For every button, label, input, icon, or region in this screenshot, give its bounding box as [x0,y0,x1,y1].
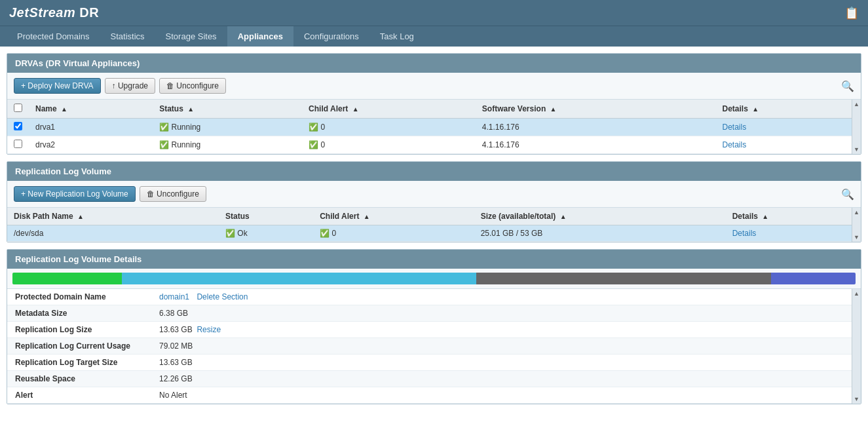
rlv-childalert-col[interactable]: Child Alert ▲ [313,208,474,225]
rlv-table-wrapper: Disk Path Name ▲ Status Child Alert ▲ Si… [7,208,861,242]
drva-row1-checkbox-cell [7,119,29,136]
domain1-link[interactable]: domain1 [159,292,189,301]
drva-scrollbar: ▲ ▼ [852,100,861,154]
detail-row-reusable: Reusable Space 12.26 GB [7,371,852,387]
drva-row1-details-link[interactable]: Details [723,123,747,132]
drva-unconfigure-button[interactable]: 🗑 Unconfigure [159,78,226,94]
drva-table-area: Name ▲ Status ▲ Child Alert ▲ Software V… [7,100,861,154]
drva-toolbar-left: + Deploy New DRVA ↑ Upgrade 🗑 Unconfigur… [14,78,226,94]
clipboard-icon[interactable]: 📋 [844,6,859,20]
drva-section-header: DRVAs (DR Virtual Appliances) [7,54,861,73]
detail-label-reusable: Reusable Space [7,371,151,387]
detail-row-targetsize: Replication Log Target Size 13.63 GB [7,355,852,371]
detail-value-usage: 79.02 MB [151,338,852,355]
details-scrollbar: ▲ ▼ [852,289,861,404]
detail-label-logsize: Replication Log Size [7,322,151,338]
drva-scroll-down[interactable]: ▼ [852,145,861,154]
detail-label-metadata: Metadata Size [7,305,151,322]
drva-row1-softver: 4.1.16.176 [476,119,716,136]
rlv-scroll-down[interactable]: ▼ [852,233,861,242]
drva-search-button[interactable]: 🔍 [841,80,854,92]
rlv-toolbar: + New Replication Log Volume 🗑 Unconfigu… [7,181,861,208]
rlv-table-header-row: Disk Path Name ▲ Status Child Alert ▲ Si… [7,208,852,225]
detail-value-reusable: 12.26 GB [151,371,852,387]
rlv-details-table: Protected Domain Name domain1 Delete Sec… [7,289,852,404]
running-icon: ✅ [159,123,169,132]
rlv-diskpath-col[interactable]: Disk Path Name ▲ [7,208,219,225]
drva-table-header-row: Name ▲ Status ▲ Child Alert ▲ Software V… [7,100,852,119]
drva-row2-name: drva2 [29,136,153,154]
upgrade-button[interactable]: ↑ Upgrade [105,78,155,94]
detail-value-targetsize: 13.63 GB [151,355,852,371]
drva-row2-details-link[interactable]: Details [723,140,747,149]
ok-icon-2: ✅ [309,140,318,149]
detail-label-domain: Protected Domain Name [7,289,151,305]
rlv-row1-diskpath: /dev/sda [7,225,219,242]
progress-bar [12,273,856,284]
detail-value-domain: domain1 Delete Section [151,289,852,305]
detail-row-logsize: Replication Log Size 13.63 GB Resize [7,322,852,338]
drva-name-col[interactable]: Name ▲ [29,100,153,119]
rlv-size-col[interactable]: Size (available/total) ▲ [474,208,726,225]
drva-softver-col[interactable]: Software Version ▲ [476,100,716,119]
ok-icon-rlv2: ✅ [320,229,330,238]
rlv-scrollbar: ▲ ▼ [852,208,861,242]
details-scroll-down[interactable]: ▼ [852,395,861,404]
drva-table-wrapper: Name ▲ Status ▲ Child Alert ▲ Software V… [7,100,861,154]
table-row: drva2 ✅ Running ✅ 0 4.1.16.176 Details [7,136,852,154]
rlv-search-button[interactable]: 🔍 [841,188,854,201]
nav-storage-sites[interactable]: Storage Sites [155,26,227,47]
rlv-unconfigure-button[interactable]: 🗑 Unconfigure [140,186,206,202]
drva-toolbar: + Deploy New DRVA ↑ Upgrade 🗑 Unconfigur… [7,73,861,100]
rlv-details-col[interactable]: Details ▲ [726,208,852,225]
deploy-drva-button[interactable]: + Deploy New DRVA [14,78,101,94]
nav-configurations[interactable]: Configurations [293,26,369,47]
nav-statistics[interactable]: Statistics [100,26,155,47]
new-rlv-button[interactable]: + New Replication Log Volume [14,186,136,202]
progress-bar-container [7,269,861,289]
table-row: drva1 ✅ Running ✅ 0 4.1.16.176 Details [7,119,852,136]
drva-status-col[interactable]: Status ▲ [153,100,302,119]
running-icon-2: ✅ [159,140,169,149]
drva-row1-name: drva1 [29,119,153,136]
detail-label-alert: Alert [7,387,151,404]
rlv-row1-childalert: ✅ 0 [313,225,474,242]
rlv-details-section: Replication Log Volume Details Protected… [7,249,861,404]
delete-section-link[interactable]: Delete Section [197,292,248,301]
detail-value-logsize: 13.63 GB Resize [151,322,852,338]
drva-row2-details: Details [716,136,852,154]
rlv-section: Replication Log Volume + New Replication… [7,161,861,242]
rlv-table-area: Disk Path Name ▲ Status Child Alert ▲ Si… [7,208,861,242]
drva-row1-childalert: ✅ 0 [302,119,476,136]
progress-segment-cyan [122,273,476,284]
drva-childalert-col[interactable]: Child Alert ▲ [302,100,476,119]
drva-details-col[interactable]: Details ▲ [716,100,852,119]
details-scroll-up[interactable]: ▲ [852,289,861,298]
rlv-row1-status: ✅ Ok [219,225,313,242]
nav-task-log[interactable]: Task Log [369,26,425,47]
drva-scroll-up[interactable]: ▲ [852,100,861,109]
ok-icon: ✅ [309,123,318,132]
detail-label-targetsize: Replication Log Target Size [7,355,151,371]
rlv-toolbar-left: + New Replication Log Volume 🗑 Unconfigu… [14,186,206,202]
logo-italic: JetStream [9,5,75,20]
progress-segment-gray [476,273,771,284]
drva-row1-status: ✅ Running [153,119,302,136]
drva-row2-softver: 4.1.16.176 [476,136,716,154]
drva-row2-checkbox[interactable] [14,140,22,148]
detail-row-alert: Alert No Alert [7,387,852,404]
rlv-scroll-up[interactable]: ▲ [852,208,861,217]
detail-value-metadata: 6.38 GB [151,305,852,322]
nav-appliances[interactable]: Appliances [227,26,293,47]
rlv-row1-size: 25.01 GB / 53 GB [474,225,726,242]
table-row: /dev/sda ✅ Ok ✅ 0 25.01 GB / 53 GB Detai… [7,225,852,242]
rlv-status-col: Status [219,208,313,225]
drva-row1-checkbox[interactable] [14,122,22,130]
resize-link[interactable]: Resize [197,325,221,334]
detail-value-alert: No Alert [151,387,852,404]
nav-protected-domains[interactable]: Protected Domains [7,26,100,47]
drva-row2-status: ✅ Running [153,136,302,154]
rlv-row1-details-link[interactable]: Details [732,229,757,238]
detail-row-domain: Protected Domain Name domain1 Delete Sec… [7,289,852,305]
drva-select-all-checkbox[interactable] [14,104,22,112]
